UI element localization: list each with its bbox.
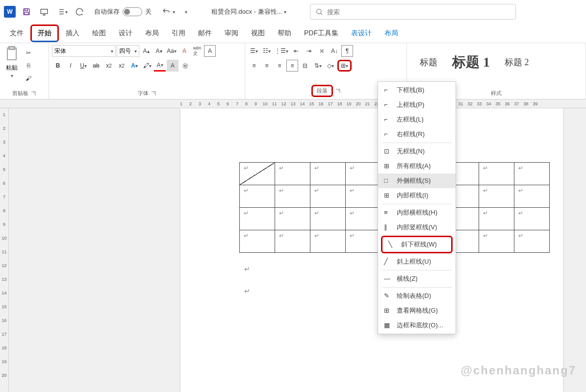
redo-icon[interactable]: [73, 5, 86, 19]
border-option-inside[interactable]: ⊞内部框线(I): [378, 188, 456, 203]
text-effects-icon[interactable]: A▾: [128, 60, 140, 72]
font-color-icon[interactable]: A▾: [154, 60, 166, 72]
tab-pdf[interactable]: PDF工具集: [298, 26, 344, 41]
tab-layout[interactable]: 布局: [139, 26, 165, 41]
border-option-outside[interactable]: □外侧框线(S): [378, 173, 456, 188]
tab-review[interactable]: 审阅: [219, 26, 244, 41]
table-cell[interactable]: ↵: [514, 208, 550, 230]
border-option-bottom[interactable]: ⌐下框线(B): [378, 83, 456, 98]
tab-insert[interactable]: 插入: [60, 26, 85, 41]
font-launcher-icon[interactable]: [151, 91, 156, 97]
border-option-top[interactable]: ⌐上框线(P): [378, 98, 456, 112]
page[interactable]: ↵↵↵↵↵↵ ↵↵↵↵↵↵ ↵↵↵↵↵↵ ↵↵↵↵↵↵ ↵ ↵: [180, 108, 563, 392]
paste-button[interactable]: 粘贴: [6, 64, 18, 72]
change-case-icon[interactable]: Aa▾: [166, 45, 178, 57]
grow-font-icon[interactable]: A▴: [140, 45, 152, 57]
table-cell[interactable]: ↵: [346, 208, 381, 230]
tab-table-layout[interactable]: 布局: [379, 26, 404, 41]
border-option-diag-up[interactable]: ╱斜上框线(U): [378, 254, 456, 269]
border-option-none[interactable]: ⊡无框线(N): [378, 144, 456, 159]
align-left-icon[interactable]: ≡: [248, 60, 260, 72]
table-cell[interactable]: ↵: [240, 208, 275, 230]
save-icon[interactable]: [20, 5, 33, 19]
subscript-button[interactable]: x2: [103, 60, 115, 72]
border-option-left[interactable]: ⌐左框线(L): [378, 112, 456, 127]
border-option-inside-v[interactable]: ∥内部竖框线(V): [378, 220, 456, 235]
border-option-hline[interactable]: —横线(Z): [378, 271, 456, 286]
table-cell[interactable]: ↵: [240, 230, 275, 253]
font-size-select[interactable]: 四号▾: [117, 45, 139, 57]
table-cell[interactable]: ↵: [514, 163, 550, 185]
font-name-select[interactable]: 宋体▾: [52, 45, 116, 57]
horizontal-ruler[interactable]: 1234567891011121314151617181920212223242…: [0, 99, 586, 108]
border-option-draw[interactable]: ✎绘制表格(D): [378, 289, 456, 303]
table-cell[interactable]: ↵: [310, 185, 346, 208]
undo-icon[interactable]: ▾: [161, 5, 175, 19]
border-option-dialog[interactable]: ▦边框和底纹(O)...: [378, 318, 456, 333]
line-spacing-icon[interactable]: ⇅▾: [312, 60, 324, 72]
paragraph-launcher-icon[interactable]: [335, 88, 341, 94]
table-cell-diag[interactable]: ↵: [240, 163, 275, 185]
increase-indent-icon[interactable]: ⇥: [303, 45, 315, 57]
table-cell[interactable]: ↵: [479, 208, 514, 230]
bullets-icon[interactable]: ☰▾: [248, 45, 260, 57]
table-cell[interactable]: ↵: [275, 185, 310, 208]
style-heading1[interactable]: 标题 1: [452, 53, 490, 72]
highlight-icon[interactable]: 🖍▾: [141, 60, 153, 72]
tab-file[interactable]: 文件: [4, 26, 29, 41]
format-painter-icon[interactable]: 🖌: [23, 73, 34, 84]
border-option-all[interactable]: ⊞所有框线(A): [378, 159, 456, 173]
numbering-icon[interactable]: ☷▾: [261, 45, 273, 57]
sort2-icon[interactable]: A↓: [329, 45, 340, 57]
borders-button[interactable]: ⊞▾: [337, 60, 352, 72]
table-cell[interactable]: ↵: [275, 230, 310, 253]
align-right-icon[interactable]: ≡: [274, 60, 285, 72]
char-shading-icon[interactable]: A: [167, 60, 178, 72]
table-cell[interactable]: ↵: [310, 163, 346, 185]
table-cell[interactable]: ↵: [310, 208, 346, 230]
vertical-ruler[interactable]: 1234567891011121314151617181920: [0, 108, 9, 392]
present-icon[interactable]: [37, 5, 51, 19]
tab-mail[interactable]: 邮件: [192, 26, 218, 41]
show-marks-icon[interactable]: ¶: [341, 45, 353, 57]
list-icon[interactable]: ▾: [55, 5, 69, 19]
cut-icon[interactable]: ✂: [23, 47, 34, 59]
qat-more-icon[interactable]: ▾: [179, 5, 193, 19]
table-cell[interactable]: ↵: [346, 185, 381, 208]
border-option-right[interactable]: ⌐右框线(R): [378, 127, 456, 142]
bold-button[interactable]: B: [52, 60, 64, 72]
tab-draw[interactable]: 绘图: [86, 26, 112, 41]
autosave-toggle[interactable]: 自动保存 关: [94, 7, 152, 16]
shading-icon[interactable]: ◇▾: [325, 60, 336, 72]
shrink-font-icon[interactable]: A▾: [153, 45, 165, 57]
table-cell[interactable]: ↵: [275, 208, 310, 230]
tab-help[interactable]: 帮助: [272, 26, 297, 41]
search-input[interactable]: [310, 4, 516, 20]
pinyin-icon[interactable]: wén文: [191, 45, 203, 57]
distribute-icon[interactable]: ⊟: [299, 60, 311, 72]
align-center-icon[interactable]: ≡: [261, 60, 273, 72]
table-cell[interactable]: ↵: [479, 230, 514, 253]
tab-table-design[interactable]: 表设计: [345, 26, 378, 41]
enclose-char-icon[interactable]: ㊙: [179, 60, 191, 72]
underline-button[interactable]: U▾: [77, 60, 89, 72]
table-cell[interactable]: ↵: [514, 185, 550, 208]
table-cell[interactable]: ↵: [346, 230, 381, 253]
style-title[interactable]: 标题: [420, 56, 437, 68]
border-option-inside-h[interactable]: ≡内部横框线(H): [378, 205, 456, 220]
sort-icon[interactable]: ⤮: [316, 45, 328, 57]
border-option-diag-down[interactable]: ╲斜下框线(W): [381, 236, 453, 253]
table-cell[interactable]: ↵: [240, 185, 275, 208]
table-cell[interactable]: ↵: [310, 230, 346, 253]
phonetic-icon[interactable]: A: [178, 45, 190, 57]
style-heading2[interactable]: 标题 2: [505, 56, 529, 68]
multilevel-icon[interactable]: ⋮☰▾: [274, 45, 289, 57]
strike-button[interactable]: ab: [90, 60, 102, 72]
table-cell[interactable]: ↵: [275, 163, 310, 185]
table-cell[interactable]: ↵: [479, 163, 514, 185]
tab-home[interactable]: 开始: [30, 24, 59, 42]
clipboard-launcher-icon[interactable]: [30, 91, 36, 97]
char-border-icon[interactable]: A: [204, 45, 216, 57]
table-cell[interactable]: ↵: [479, 185, 514, 208]
table-cell[interactable]: ↵: [514, 230, 550, 253]
